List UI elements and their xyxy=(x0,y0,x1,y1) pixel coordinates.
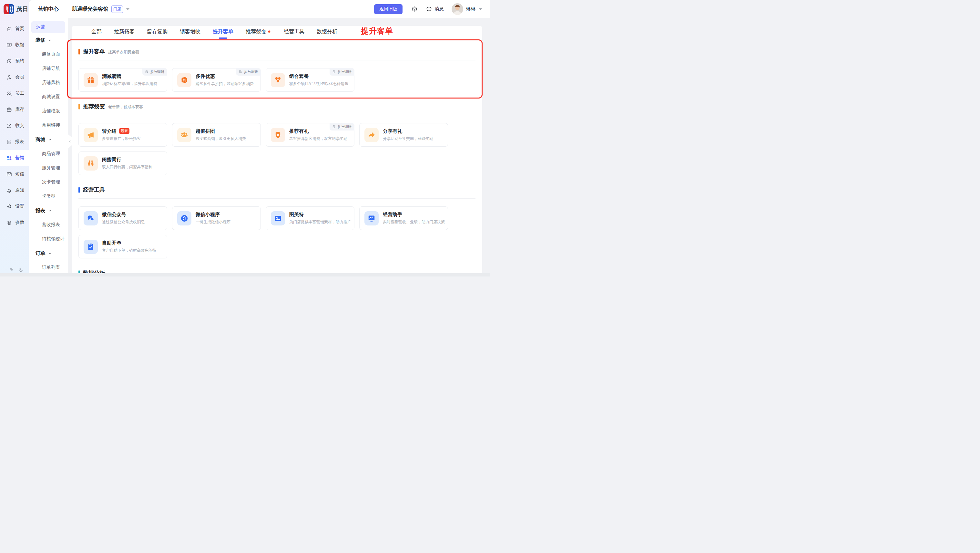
card-group-buy[interactable]: 超值拼团裂变式营销，吸引更多人消费 xyxy=(172,123,261,147)
sidebar-item-member[interactable]: 会员 xyxy=(0,69,29,85)
card-multi-item-discount[interactable]: 多件优惠购买多件享折扣，鼓励顾客多消费参与调研 xyxy=(172,68,261,92)
user-name[interactable]: 琳琳 xyxy=(466,6,476,12)
sidebar-item-label: 营销 xyxy=(15,155,24,161)
sections-container: 提升客单提高单次消费金额满减满赠消费达标立减/赠，提升单次消费参与调研多件优惠购… xyxy=(78,48,476,273)
survey-icon xyxy=(332,70,336,74)
sidebar-item-params[interactable]: 参数 xyxy=(0,215,29,231)
card-referral-intro[interactable]: 转介绍最新多渠道推广，轻松拓客 xyxy=(78,123,167,147)
card-share-reward[interactable]: 分享有礼分享活动至社交圈，获取奖励 xyxy=(359,123,448,147)
topbar: 肌遇暖光美容馆 门店 返回旧版 消息 xyxy=(68,0,490,18)
card-self-service-order[interactable]: 自助开单客户自助下单，省时高效免等待 xyxy=(78,235,167,258)
sidebar-item-staff[interactable]: 员工 xyxy=(0,85,29,101)
submenu-item[interactable]: 店铺导航 xyxy=(29,61,68,76)
clipboard-icon xyxy=(84,240,98,254)
sidebar-item-report[interactable]: 报表 xyxy=(0,134,29,150)
gift-icon xyxy=(84,73,98,87)
clock-icon xyxy=(6,58,12,64)
submenu-item[interactable]: 店铺模版 xyxy=(29,104,68,118)
submenu-group-orders[interactable]: 订单 xyxy=(29,246,68,260)
card-tumeite[interactable]: 图美特为门店提供丰富营销素材，助力推广 xyxy=(266,206,355,230)
submenu-group-decoration[interactable]: 装修 xyxy=(29,33,68,47)
cashier-icon xyxy=(6,42,12,48)
submenu-item[interactable]: 常用链接 xyxy=(29,118,68,132)
card-wechat-official[interactable]: 微信公众号通过微信公众号接收消息 xyxy=(78,206,167,230)
sidebar-item-settings[interactable]: 设置 xyxy=(0,198,29,215)
card-full-reduce-gift[interactable]: 满减满赠消费达标立减/赠，提升单次消费参与调研 xyxy=(78,68,167,92)
report-icon xyxy=(6,139,12,145)
card-wechat-miniprogram[interactable]: 微信小程序一键生成微信小程序 xyxy=(172,206,261,230)
card-title: 微信公众号 xyxy=(102,212,126,217)
back-to-old-version-button[interactable]: 返回旧版 xyxy=(374,4,402,14)
submenu-item[interactable]: 营收报表 xyxy=(29,218,68,232)
group-icon xyxy=(177,128,191,142)
tab-business-tools[interactable]: 经营工具 xyxy=(283,27,305,40)
submenu-item[interactable]: 商品管理 xyxy=(29,147,68,161)
sidebar-item-label: 收银 xyxy=(15,42,24,48)
main-area: 肌遇暖光美容馆 门店 返回旧版 消息 xyxy=(68,0,490,276)
submenu-item[interactable]: 订单列表 xyxy=(29,260,68,274)
messages-label: 消息 xyxy=(434,6,444,12)
card-title: 转介绍 xyxy=(102,128,116,134)
tab-boost-order[interactable]: 提升客单 xyxy=(212,27,234,40)
section-divider xyxy=(78,115,476,115)
section-header: 提升客单提高单次消费金额 xyxy=(78,48,476,55)
submenu-item[interactable]: 次卡管理 xyxy=(29,175,68,189)
section-business-tools: 经营工具微信公众号通过微信公众号接收消息微信小程序一键生成微信小程序图美特为门店… xyxy=(78,186,476,258)
sidebar-item-inventory[interactable]: 库存 xyxy=(0,101,29,118)
tab-referral[interactable]: 推荐裂变 xyxy=(245,27,272,40)
chevron-up-icon xyxy=(48,209,52,212)
sidebar-item-label: 设置 xyxy=(15,204,24,209)
submenu-item-operations[interactable]: 运营 xyxy=(31,21,65,33)
section-subtitle: 老带新，低成本获客 xyxy=(108,104,143,110)
survey-icon xyxy=(145,70,149,74)
sidebar-item-appointment[interactable]: 预约 xyxy=(0,53,29,69)
card-combo-package[interactable]: 组合套餐将多个项目/产品打包以优惠价销售参与调研 xyxy=(266,68,355,92)
survey-badge: 参与调研 xyxy=(329,68,355,76)
submenu-item[interactable]: 店铺风格 xyxy=(29,76,68,90)
submenu-item[interactable]: 商城设置 xyxy=(29,90,68,104)
submenu-item[interactable]: 卡类型 xyxy=(29,189,68,204)
section-divider xyxy=(78,198,476,199)
user-avatar[interactable] xyxy=(452,3,463,15)
messages-button[interactable]: 消息 xyxy=(426,6,444,12)
section-header: 数据分析 xyxy=(78,269,476,273)
submenu-group-reports[interactable]: 报表 xyxy=(29,204,68,218)
submenu-group-mall[interactable]: 商城 xyxy=(29,132,68,147)
card-referral-reward[interactable]: 推荐有礼老客推荐新客消费，双方均享奖励参与调研 xyxy=(266,123,355,147)
sidebar-item-label: 会员 xyxy=(15,74,24,80)
module-title: 营销中心 xyxy=(29,0,68,18)
hexagons-icon xyxy=(271,73,285,87)
inventory-icon xyxy=(6,107,12,113)
submenu-item[interactable]: 装修页面 xyxy=(29,47,68,61)
gear-icon[interactable] xyxy=(9,268,14,272)
store-caret-down-icon[interactable] xyxy=(126,8,129,12)
tab-acquisition[interactable]: 拉新拓客 xyxy=(113,27,135,40)
wechat-icon xyxy=(84,211,98,225)
submenu-item[interactable]: 服务管理 xyxy=(29,161,68,175)
brand-name: 茂日 xyxy=(16,5,29,13)
sidebar-item-cashier[interactable]: 收银 xyxy=(0,37,29,53)
card-description: 客户自助下单，省时高效免等待 xyxy=(102,248,156,253)
card-title: 多件优惠 xyxy=(196,73,215,79)
help-icon[interactable] xyxy=(411,6,418,12)
sidebar-item-label: 库存 xyxy=(15,107,24,112)
user-caret-down-icon[interactable] xyxy=(479,8,482,12)
sidebar-item-notification[interactable]: 通知 xyxy=(0,182,29,198)
sidebar-item-finance[interactable]: 收支 xyxy=(0,118,29,134)
member-icon xyxy=(6,74,12,80)
card-business-assistant[interactable]: 经营助手实时查看营收、业绩，助力门店决策 xyxy=(359,206,448,230)
moon-icon[interactable] xyxy=(18,268,23,272)
chevron-up-icon xyxy=(48,38,52,42)
tab-all[interactable]: 全部 xyxy=(91,27,102,40)
sidebar-item-sms[interactable]: 短信 xyxy=(0,166,29,182)
tab-retention[interactable]: 留存复购 xyxy=(146,27,168,40)
card-description: 老客推荐新客消费，双方均享奖励 xyxy=(289,136,347,142)
sidebar-item-marketing[interactable]: 营销 xyxy=(0,150,29,166)
tab-data-analysis[interactable]: 数据分析 xyxy=(316,27,338,40)
submenu-item[interactable]: 待核销统计 xyxy=(29,232,68,246)
store-name[interactable]: 肌遇暖光美容馆 xyxy=(72,6,108,13)
sidebar-item-home[interactable]: 首页 xyxy=(0,21,29,37)
card-bff-together[interactable]: 闺蜜同行双人同行特惠，闺蜜共享福利 xyxy=(78,151,167,175)
section-accent-bar xyxy=(78,104,80,110)
tab-lock-revenue[interactable]: 锁客增收 xyxy=(179,27,201,40)
